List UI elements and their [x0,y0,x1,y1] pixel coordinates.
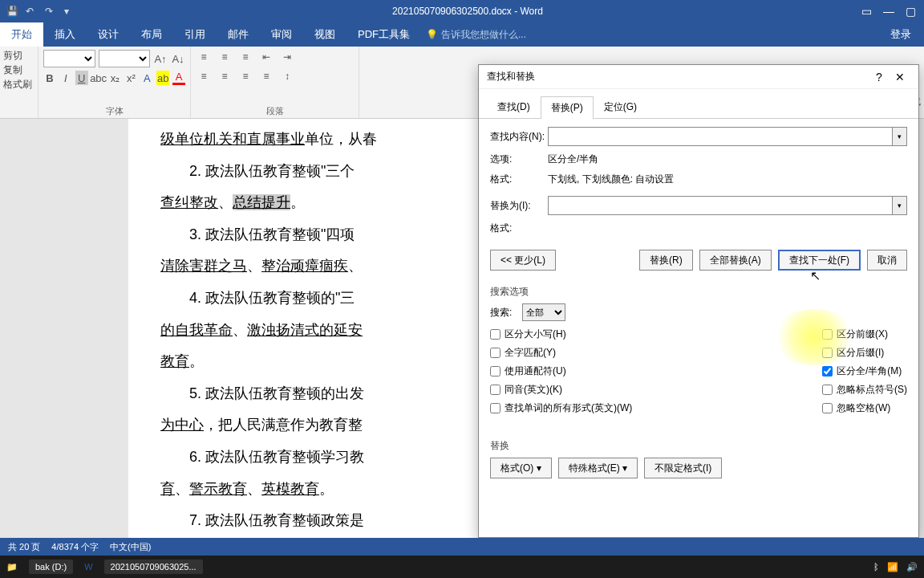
align-left-icon[interactable]: ≡ [196,69,212,83]
format-label: 格式: [490,173,548,186]
tab-pdf[interactable]: PDF工具集 [346,22,421,47]
grow-font-icon[interactable]: A↑ [153,51,168,66]
number-list-icon[interactable]: ≡ [217,50,233,64]
tab-mail[interactable]: 邮件 [217,22,260,47]
chk-wholeword[interactable]: 全字匹配(Y) [490,346,632,360]
replace-section-header: 替换 [490,439,907,453]
search-direction-label: 搜索: [490,306,522,320]
replacewith-input[interactable]: ▾ [548,196,907,215]
font-family-select[interactable] [43,50,95,67]
line-spacing-icon[interactable]: ↕ [279,69,295,83]
tab-find[interactable]: 查找(D) [487,96,541,118]
bulb-icon: 💡 [426,29,438,40]
save-icon[interactable]: 💾 [6,6,18,17]
font-color-button[interactable]: A [172,71,185,85]
font-group-label: 字体 [106,105,124,117]
login-link[interactable]: 登录 [890,27,924,42]
word-icon[interactable]: W [84,562,92,572]
format2-label: 格式: [490,222,548,235]
page-count[interactable]: 共 20 页 [8,541,40,553]
language-status[interactable]: 中文(中国) [110,541,151,553]
tell-me-search[interactable]: 💡告诉我您想做什么... [426,28,526,42]
find-replace-dialog: 查找和替换 ? ✕ 查找(D) 替换(P) 定位(G) 查找内容(N): ▾ 选… [478,64,919,538]
align-right-icon[interactable]: ≡ [237,69,253,83]
font-group: A↑ A↓ B I U abc x₂ x² A ab A 字体 [38,47,191,118]
explorer-icon[interactable]: 📁 [6,562,18,572]
findwhat-input[interactable]: ▾ [548,127,907,146]
format-menu-button[interactable]: 格式(O) ▾ [490,458,552,478]
chk-fullhalf[interactable]: 区分全/半角(M) [822,364,907,378]
findwhat-label: 查找内容(N): [490,130,548,144]
minimize-icon[interactable]: — [883,5,894,18]
noformat-button[interactable]: 不限定格式(I) [644,458,722,478]
format-value: 下划线, 下划线颜色: 自动设置 [548,173,674,186]
volume-icon[interactable]: 🔊 [906,562,918,572]
underline-button[interactable]: U [75,71,88,85]
bluetooth-icon[interactable]: ᛒ [873,562,879,572]
shrink-font-icon[interactable]: A↓ [171,51,185,66]
cancel-button[interactable]: 取消 [867,250,907,271]
findnext-button[interactable]: 查找下一处(F) [778,250,861,271]
replacewith-label: 替换为(I): [490,199,548,213]
undo-icon[interactable]: ↶ [26,6,37,17]
taskbar-doc[interactable]: 2021050709063025... [104,560,203,574]
chk-suffix[interactable]: 区分后缀(I) [822,346,907,360]
format-painter-button[interactable]: 格式刷 [3,78,34,92]
subscript-button[interactable]: x₂ [109,71,122,85]
tab-insert[interactable]: 插入 [43,22,87,47]
chk-space[interactable]: 忽略空格(W) [822,401,907,415]
font-size-select[interactable] [99,50,151,67]
justify-icon[interactable]: ≡ [258,69,274,83]
taskbar-drive[interactable]: bak (D:) [29,560,73,574]
chk-soundslike[interactable]: 同音(英文)(K) [490,383,632,397]
paragraph-group-label: 段落 [266,105,284,117]
help-icon[interactable]: ? [869,71,890,83]
taskbar: 📁 bak (D:) W 2021050709063025... ᛒ 📶 🔊 [0,556,924,578]
word-count[interactable]: 4/8374 个字 [51,541,99,553]
status-bar: 共 20 页 4/8374 个字 中文(中国) [0,538,924,556]
tab-review[interactable]: 审阅 [260,22,303,47]
chk-punct[interactable]: 忽略标点符号(S) [822,383,907,397]
chk-wildcards[interactable]: 使用通配符(U) [490,364,632,378]
tab-replace[interactable]: 替换(P) [541,96,594,119]
chevron-down-icon[interactable]: ▾ [892,128,906,145]
italic-button[interactable]: I [59,71,72,85]
paragraph-group: ≡ ≡ ≡ ⇤ ⇥ ≡ ≡ ≡ ≡ ↕ 段落 [191,47,359,118]
chk-prefix[interactable]: 区分前缀(X) [822,328,907,341]
replace-button[interactable]: 替换(R) [639,250,693,271]
options-value: 区分全/半角 [548,153,598,166]
copy-button[interactable]: 复制 [3,63,34,77]
chk-matchcase[interactable]: 区分大小写(H) [490,328,632,341]
multilevel-list-icon[interactable]: ≡ [237,50,253,64]
redo-icon[interactable]: ↷ [45,6,56,17]
tab-references[interactable]: 引用 [173,22,217,47]
text-effects-button[interactable]: A [140,71,153,85]
chk-wordforms[interactable]: 查找单词的所有形式(英文)(W) [490,401,632,415]
network-icon[interactable]: 📶 [887,562,898,572]
clipboard-group: 剪切 复制 格式刷 [0,47,38,118]
search-direction-select[interactable]: 全部 [522,303,565,321]
less-button[interactable]: << 更少(L) [490,250,556,271]
tab-design[interactable]: 设计 [87,22,130,47]
close-icon[interactable]: ✕ [890,71,910,83]
tab-goto[interactable]: 定位(G) [594,96,647,118]
search-options-header: 搜索选项 [490,285,907,299]
chevron-down-icon[interactable]: ▾ [892,197,906,214]
align-center-icon[interactable]: ≡ [217,69,233,83]
special-menu-button[interactable]: 特殊格式(E) ▾ [558,458,638,478]
cut-button[interactable]: 剪切 [3,49,34,63]
tab-view[interactable]: 视图 [303,22,346,47]
tab-home[interactable]: 开始 [0,22,43,47]
strikethrough-button[interactable]: abc [91,71,106,85]
maximize-icon[interactable]: ▢ [906,5,916,18]
superscript-button[interactable]: x² [125,71,138,85]
replaceall-button[interactable]: 全部替换(A) [699,250,772,271]
ribbon-options-icon[interactable]: ▭ [861,5,872,18]
bold-button[interactable]: B [43,71,56,85]
highlight-button[interactable]: ab [156,71,169,85]
qat-dropdown-icon[interactable]: ▾ [64,6,75,17]
tab-layout[interactable]: 布局 [130,22,173,47]
bullet-list-icon[interactable]: ≡ [196,50,212,64]
decrease-indent-icon[interactable]: ⇤ [258,50,274,64]
increase-indent-icon[interactable]: ⇥ [279,50,295,64]
